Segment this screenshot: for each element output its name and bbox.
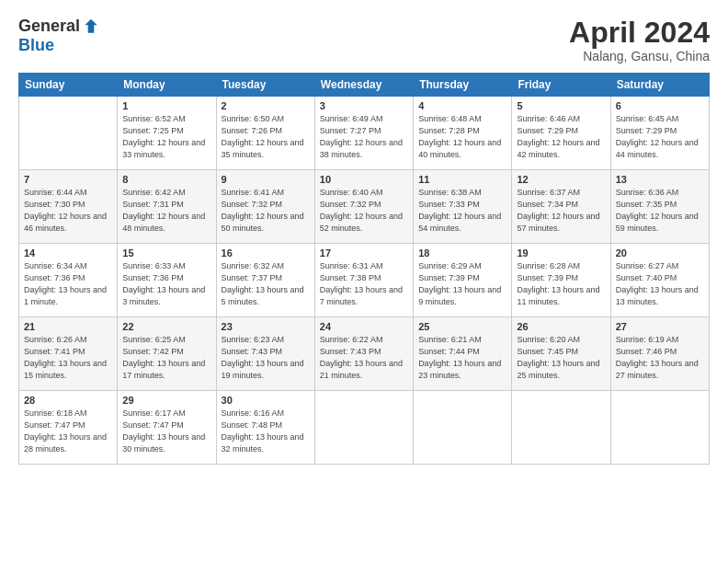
calendar-cell bbox=[610, 391, 709, 465]
calendar-cell: 25Sunrise: 6:21 AMSunset: 7:44 PMDayligh… bbox=[414, 317, 512, 391]
calendar-week-4: 21Sunrise: 6:26 AMSunset: 7:41 PMDayligh… bbox=[19, 317, 710, 391]
day-number: 8 bbox=[122, 174, 210, 185]
day-info: Sunrise: 6:38 AMSunset: 7:33 PMDaylight:… bbox=[418, 187, 506, 235]
calendar-cell: 30Sunrise: 6:16 AMSunset: 7:48 PMDayligh… bbox=[216, 391, 314, 465]
day-number: 27 bbox=[616, 321, 704, 332]
day-info: Sunrise: 6:49 AMSunset: 7:27 PMDaylight:… bbox=[320, 113, 408, 161]
calendar-cell bbox=[19, 97, 118, 170]
day-number: 6 bbox=[616, 100, 704, 111]
day-info: Sunrise: 6:25 AMSunset: 7:42 PMDaylight:… bbox=[122, 334, 210, 382]
calendar-cell: 29Sunrise: 6:17 AMSunset: 7:47 PMDayligh… bbox=[118, 391, 216, 465]
calendar-cell: 27Sunrise: 6:19 AMSunset: 7:46 PMDayligh… bbox=[610, 317, 709, 391]
page: General Blue April 2024 Nalang, Gansu, C… bbox=[0, 0, 728, 563]
day-number: 13 bbox=[616, 174, 704, 185]
day-number: 25 bbox=[418, 321, 506, 332]
day-number: 11 bbox=[418, 174, 506, 185]
day-info: Sunrise: 6:42 AMSunset: 7:31 PMDaylight:… bbox=[122, 187, 210, 235]
subtitle: Nalang, Gansu, China bbox=[569, 49, 710, 63]
logo-general-text: General bbox=[18, 17, 80, 36]
day-info: Sunrise: 6:44 AMSunset: 7:30 PMDaylight:… bbox=[24, 187, 112, 235]
calendar-cell: 20Sunrise: 6:27 AMSunset: 7:40 PMDayligh… bbox=[610, 244, 709, 317]
calendar-cell: 21Sunrise: 6:26 AMSunset: 7:41 PMDayligh… bbox=[19, 317, 118, 391]
day-number: 5 bbox=[517, 100, 605, 111]
calendar-week-1: 1Sunrise: 6:52 AMSunset: 7:25 PMDaylight… bbox=[19, 97, 710, 170]
calendar-cell bbox=[414, 391, 512, 465]
day-number: 24 bbox=[320, 321, 408, 332]
day-number: 16 bbox=[222, 247, 310, 259]
day-info: Sunrise: 6:45 AMSunset: 7:29 PMDaylight:… bbox=[616, 113, 704, 161]
day-number: 23 bbox=[222, 321, 310, 332]
day-number: 9 bbox=[222, 174, 310, 185]
day-number: 15 bbox=[122, 247, 210, 259]
calendar-cell: 15Sunrise: 6:33 AMSunset: 7:36 PMDayligh… bbox=[118, 244, 216, 317]
calendar-cell bbox=[512, 391, 610, 465]
day-info: Sunrise: 6:31 AMSunset: 7:38 PMDaylight:… bbox=[320, 260, 408, 308]
day-info: Sunrise: 6:46 AMSunset: 7:29 PMDaylight:… bbox=[517, 113, 605, 161]
day-info: Sunrise: 6:33 AMSunset: 7:36 PMDaylight:… bbox=[122, 260, 210, 308]
day-info: Sunrise: 6:23 AMSunset: 7:43 PMDaylight:… bbox=[222, 334, 310, 382]
day-info: Sunrise: 6:28 AMSunset: 7:39 PMDaylight:… bbox=[517, 260, 605, 308]
day-info: Sunrise: 6:52 AMSunset: 7:25 PMDaylight:… bbox=[122, 113, 210, 161]
calendar-cell: 9Sunrise: 6:41 AMSunset: 7:32 PMDaylight… bbox=[216, 170, 314, 244]
calendar-cell: 11Sunrise: 6:38 AMSunset: 7:33 PMDayligh… bbox=[414, 170, 512, 244]
day-info: Sunrise: 6:32 AMSunset: 7:37 PMDaylight:… bbox=[222, 260, 310, 308]
day-number: 10 bbox=[320, 174, 408, 185]
day-number: 30 bbox=[222, 395, 310, 406]
header: General Blue April 2024 Nalang, Gansu, C… bbox=[18, 17, 710, 63]
calendar-header-row: SundayMondayTuesdayWednesdayThursdayFrid… bbox=[19, 74, 710, 97]
calendar-cell: 2Sunrise: 6:50 AMSunset: 7:26 PMDaylight… bbox=[216, 97, 314, 170]
calendar-header-friday: Friday bbox=[512, 74, 610, 97]
day-number: 1 bbox=[122, 100, 210, 111]
calendar-header-tuesday: Tuesday bbox=[216, 74, 314, 97]
logo: General Blue bbox=[18, 17, 100, 55]
day-info: Sunrise: 6:50 AMSunset: 7:26 PMDaylight:… bbox=[222, 113, 310, 161]
day-info: Sunrise: 6:21 AMSunset: 7:44 PMDaylight:… bbox=[418, 334, 506, 382]
day-info: Sunrise: 6:40 AMSunset: 7:32 PMDaylight:… bbox=[320, 187, 408, 235]
day-info: Sunrise: 6:48 AMSunset: 7:28 PMDaylight:… bbox=[418, 113, 506, 161]
calendar-week-5: 28Sunrise: 6:18 AMSunset: 7:47 PMDayligh… bbox=[19, 391, 710, 465]
calendar-cell: 6Sunrise: 6:45 AMSunset: 7:29 PMDaylight… bbox=[610, 97, 709, 170]
title-block: April 2024 Nalang, Gansu, China bbox=[569, 17, 710, 63]
day-info: Sunrise: 6:41 AMSunset: 7:32 PMDaylight:… bbox=[222, 187, 310, 235]
calendar-header-sunday: Sunday bbox=[19, 74, 118, 97]
day-info: Sunrise: 6:19 AMSunset: 7:46 PMDaylight:… bbox=[616, 334, 704, 382]
day-number: 14 bbox=[24, 247, 112, 259]
day-number: 17 bbox=[320, 247, 408, 259]
day-number: 28 bbox=[24, 395, 112, 406]
day-number: 12 bbox=[517, 174, 605, 185]
calendar-cell: 13Sunrise: 6:36 AMSunset: 7:35 PMDayligh… bbox=[610, 170, 709, 244]
calendar-cell: 16Sunrise: 6:32 AMSunset: 7:37 PMDayligh… bbox=[216, 244, 314, 317]
calendar-week-2: 7Sunrise: 6:44 AMSunset: 7:30 PMDaylight… bbox=[19, 170, 710, 244]
day-number: 29 bbox=[122, 395, 210, 406]
calendar: SundayMondayTuesdayWednesdayThursdayFrid… bbox=[18, 73, 710, 465]
calendar-cell: 5Sunrise: 6:46 AMSunset: 7:29 PMDaylight… bbox=[512, 97, 610, 170]
day-number: 7 bbox=[24, 174, 112, 185]
day-number: 26 bbox=[517, 321, 605, 332]
calendar-cell: 17Sunrise: 6:31 AMSunset: 7:38 PMDayligh… bbox=[314, 244, 413, 317]
calendar-cell: 18Sunrise: 6:29 AMSunset: 7:39 PMDayligh… bbox=[414, 244, 512, 317]
day-number: 2 bbox=[222, 100, 310, 111]
calendar-cell: 3Sunrise: 6:49 AMSunset: 7:27 PMDaylight… bbox=[314, 97, 413, 170]
day-number: 21 bbox=[24, 321, 112, 332]
calendar-cell: 19Sunrise: 6:28 AMSunset: 7:39 PMDayligh… bbox=[512, 244, 610, 317]
day-info: Sunrise: 6:16 AMSunset: 7:48 PMDaylight:… bbox=[222, 408, 310, 455]
calendar-cell: 1Sunrise: 6:52 AMSunset: 7:25 PMDaylight… bbox=[118, 97, 216, 170]
main-title: April 2024 bbox=[569, 17, 710, 49]
calendar-cell: 26Sunrise: 6:20 AMSunset: 7:45 PMDayligh… bbox=[512, 317, 610, 391]
day-number: 19 bbox=[517, 247, 605, 259]
calendar-cell: 4Sunrise: 6:48 AMSunset: 7:28 PMDaylight… bbox=[414, 97, 512, 170]
calendar-cell: 23Sunrise: 6:23 AMSunset: 7:43 PMDayligh… bbox=[216, 317, 314, 391]
day-info: Sunrise: 6:18 AMSunset: 7:47 PMDaylight:… bbox=[24, 408, 112, 455]
day-info: Sunrise: 6:34 AMSunset: 7:36 PMDaylight:… bbox=[24, 260, 112, 308]
day-number: 3 bbox=[320, 100, 408, 111]
calendar-cell: 7Sunrise: 6:44 AMSunset: 7:30 PMDaylight… bbox=[19, 170, 118, 244]
day-number: 4 bbox=[418, 100, 506, 111]
calendar-header-thursday: Thursday bbox=[414, 74, 512, 97]
calendar-cell: 22Sunrise: 6:25 AMSunset: 7:42 PMDayligh… bbox=[118, 317, 216, 391]
day-number: 22 bbox=[122, 321, 210, 332]
day-info: Sunrise: 6:20 AMSunset: 7:45 PMDaylight:… bbox=[517, 334, 605, 382]
calendar-cell: 10Sunrise: 6:40 AMSunset: 7:32 PMDayligh… bbox=[314, 170, 413, 244]
day-info: Sunrise: 6:29 AMSunset: 7:39 PMDaylight:… bbox=[418, 260, 506, 308]
calendar-header-monday: Monday bbox=[118, 74, 216, 97]
day-info: Sunrise: 6:36 AMSunset: 7:35 PMDaylight:… bbox=[616, 187, 704, 235]
